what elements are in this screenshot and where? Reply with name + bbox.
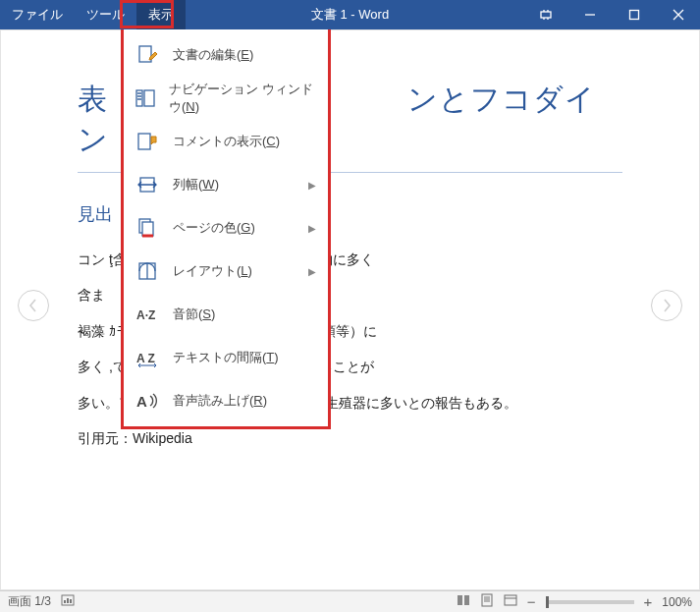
titlebar: ファイル ツール 表示 文書 1 - Word [0,0,700,29]
menu-item-text-spacing[interactable]: A Zテキストの間隔(T) [124,336,328,379]
title-fragment-left: 表 [78,83,108,115]
nav-pane-icon [134,87,157,109]
document-area: 表 示メニューフコイダ ンとフコダイン 見出 コン ţ含む）、モズクなど褐藻類の… [0,29,700,590]
svg-text:A: A [136,393,147,410]
svg-rect-17 [482,594,492,606]
submenu-arrow-icon: ▶ [308,266,316,277]
zoom-slider[interactable] [546,600,634,604]
menu-item-col-width[interactable]: 列幅(W)▶ [124,163,328,206]
menu-item-label: ナビゲーション ウィンドウ(N) [169,81,318,116]
read-mode-icon[interactable] [457,593,470,610]
zoom-level[interactable]: 100% [662,595,692,609]
zoom-out-button[interactable]: − [527,593,536,610]
maximize-icon[interactable] [612,0,656,29]
web-layout-icon[interactable] [504,593,517,610]
svg-rect-16 [70,599,72,603]
svg-text:A·Z: A·Z [136,308,155,322]
col-width-icon [134,174,161,195]
page-color-icon [134,217,161,239]
submenu-arrow-icon: ▶ [308,180,316,191]
svg-rect-4 [144,90,154,106]
minimize-icon[interactable] [567,0,612,29]
zoom-in-button[interactable]: + [644,593,653,610]
menu-item-page-color[interactable]: ページの色(G)▶ [124,206,328,250]
close-icon[interactable] [656,0,700,29]
svg-rect-8 [142,222,153,236]
window-controls [523,0,700,29]
svg-rect-15 [67,598,69,603]
menu-item-label: テキストの間隔(T) [173,349,279,366]
svg-rect-0 [541,12,551,18]
menu-item-syllable[interactable]: A·Z音節(S) [124,293,328,336]
svg-rect-18 [505,595,516,605]
menu-item-label: 音節(S) [173,306,215,323]
menu-item-label: コメントの表示(C) [173,133,280,150]
read-aloud-icon: A [134,390,161,412]
page-indicator[interactable]: 画面 1/3 [8,593,51,610]
next-page-button[interactable] [651,290,682,321]
menu-item-layout[interactable]: レイアウト(L)▶ [124,250,328,293]
text-spacing-icon: A Z [134,347,161,368]
menu-item-label: 列幅(W) [173,176,219,194]
menu-item-nav-pane[interactable]: ナビゲーション ウィンドウ(N) [124,77,328,120]
focus-mode-icon[interactable] [523,0,567,29]
menu-item-read-aloud[interactable]: A音声読み上げ(R) [124,379,328,422]
svg-rect-5 [138,134,150,149]
menubar: ファイル ツール 表示 [0,0,186,29]
menu-item-comments[interactable]: コメントの表示(C) [124,120,328,163]
menu-file[interactable]: ファイル [0,0,75,29]
menu-view[interactable]: 表示 [136,0,186,29]
menu-item-label: 文書の編集(E) [173,46,253,64]
macro-icon[interactable] [61,593,75,610]
submenu-arrow-icon: ▶ [308,223,316,234]
svg-rect-1 [629,11,638,20]
menu-tools[interactable]: ツール [75,0,136,29]
svg-rect-14 [64,600,66,603]
doc-edit-icon [134,44,161,66]
svg-text:A  Z: A Z [136,352,155,365]
menu-item-label: 音声読み上げ(R) [173,392,267,410]
print-layout-icon[interactable] [480,593,494,610]
view-dropdown-menu: 文書の編集(E)ナビゲーション ウィンドウ(N)コメントの表示(C)列幅(W)▶… [121,29,331,429]
menu-item-label: ページの色(G) [173,219,255,237]
statusbar: 画面 1/3 − + 100% [0,590,700,612]
syllable-icon: A·Z [134,304,161,325]
comments-icon [134,131,161,152]
layout-icon [134,260,161,282]
menu-item-doc-edit[interactable]: 文書の編集(E) [124,33,328,77]
menu-item-label: レイアウト(L) [173,262,252,280]
prev-page-button[interactable] [18,290,49,321]
